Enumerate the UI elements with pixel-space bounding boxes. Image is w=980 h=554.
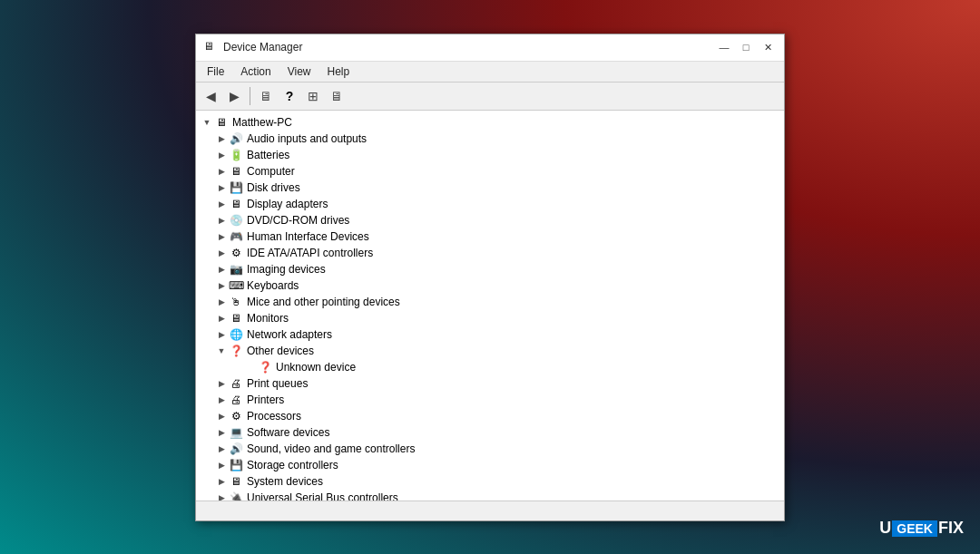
device-tree[interactable]: ▼ 🖥 Matthew-PC ▶ 🔊 Audio inputs and outp… xyxy=(196,111,784,501)
list-item[interactable]: ▶ ⌨ Keyboards xyxy=(196,277,784,294)
properties-button[interactable]: 🖥 xyxy=(255,85,277,107)
list-item[interactable]: ▶ 💿 DVD/CD-ROM drives xyxy=(196,212,784,228)
menu-view[interactable]: View xyxy=(280,63,318,80)
maximize-button[interactable]: □ xyxy=(737,39,755,55)
expander: ▶ xyxy=(214,246,229,260)
monitors-icon: 🖥 xyxy=(229,311,243,326)
expander: ▶ xyxy=(214,327,229,342)
item-label: Software devices xyxy=(247,426,329,439)
list-item[interactable]: ▶ 🖨 Print queues xyxy=(196,375,784,392)
item-label: IDE ATA/ATAPI controllers xyxy=(247,247,373,259)
item-label: Display adapters xyxy=(247,198,328,210)
expander: ▶ xyxy=(214,197,229,211)
list-item[interactable]: ▶ 📷 Imaging devices xyxy=(196,261,784,277)
item-label: Universal Serial Bus controllers xyxy=(247,491,398,501)
status-bar xyxy=(196,501,784,520)
display-button[interactable]: 🖥 xyxy=(326,85,348,107)
unknown-icon: ❓ xyxy=(258,360,272,374)
expander: ▶ xyxy=(214,148,229,162)
item-label: Monitors xyxy=(247,312,289,325)
list-item[interactable]: ▶ 🖥 Display adapters xyxy=(196,196,784,212)
item-label: Printers xyxy=(247,394,284,406)
keyboard-icon: ⌨ xyxy=(229,278,243,293)
system-icon: 🖥 xyxy=(229,474,243,489)
close-button[interactable]: ✕ xyxy=(759,39,777,55)
expander: ▶ xyxy=(214,458,229,472)
item-label: Audio inputs and outputs xyxy=(247,132,367,145)
expander: ▶ xyxy=(214,278,229,293)
storage-icon: 💾 xyxy=(229,458,243,472)
dvd-icon: 💿 xyxy=(229,213,243,228)
item-label: Sound, video and game controllers xyxy=(247,442,415,455)
list-item[interactable]: ▶ 🖥 System devices xyxy=(196,473,784,490)
expander: ▶ xyxy=(214,491,229,501)
update-driver-button[interactable]: ⊞ xyxy=(302,85,324,107)
title-bar-left: 🖥 Device Manager xyxy=(203,40,302,54)
list-item[interactable]: ▶ 🌐 Network adapters xyxy=(196,326,784,343)
list-item[interactable]: ▼ ❓ Other devices xyxy=(196,343,784,359)
list-item[interactable]: ▶ 🎮 Human Interface Devices xyxy=(196,228,784,245)
network-icon: 🌐 xyxy=(229,327,243,342)
expander: ▶ xyxy=(214,442,229,456)
list-item[interactable]: ▶ 🔌 Universal Serial Bus controllers xyxy=(196,490,784,501)
root-expander: ▼ xyxy=(200,115,214,130)
back-button[interactable]: ◀ xyxy=(200,85,221,107)
menu-action[interactable]: Action xyxy=(233,63,278,80)
item-label: Batteries xyxy=(247,149,289,161)
item-label: Print queues xyxy=(247,377,308,390)
menu-file[interactable]: File xyxy=(200,63,231,80)
processors-icon: ⚙ xyxy=(229,409,243,423)
expander: ▼ xyxy=(214,344,229,358)
printers-icon: 🖨 xyxy=(229,393,243,407)
computer-icon: 🖥 xyxy=(229,164,243,179)
expander: ▶ xyxy=(214,311,229,326)
window-icon: 🖥 xyxy=(203,40,218,54)
tree-root[interactable]: ▼ 🖥 Matthew-PC xyxy=(196,114,784,131)
item-label: Mice and other pointing devices xyxy=(247,296,400,308)
list-item[interactable]: ▶ 🖥 Computer xyxy=(196,163,784,180)
watermark-logo: GEEK xyxy=(892,520,937,537)
item-label: Storage controllers xyxy=(247,459,338,471)
printq-icon: 🖨 xyxy=(229,376,243,391)
mice-icon: 🖱 xyxy=(229,295,243,309)
item-label: System devices xyxy=(247,475,323,488)
window-title: Device Manager xyxy=(223,41,302,53)
software-icon: 💻 xyxy=(229,425,243,440)
help-button[interactable]: ? xyxy=(279,85,300,107)
list-item[interactable]: ▶ 💻 Software devices xyxy=(196,424,784,441)
list-item[interactable]: ▶ 🖥 Monitors xyxy=(196,310,784,326)
list-item[interactable]: ▶ 🖨 Printers xyxy=(196,392,784,408)
item-label: Network adapters xyxy=(247,328,332,341)
minimize-button[interactable]: — xyxy=(715,39,733,55)
list-item[interactable]: ▶ 💾 Disk drives xyxy=(196,180,784,196)
expander: ▶ xyxy=(214,229,229,244)
item-label: Computer xyxy=(247,165,295,178)
expander: ▶ xyxy=(214,295,229,309)
audio-icon: 🔊 xyxy=(229,131,243,146)
expander: ▶ xyxy=(214,164,229,179)
list-item[interactable]: ▶ 🔊 Audio inputs and outputs xyxy=(196,131,784,147)
list-item[interactable]: ▶ ⚙ Processors xyxy=(196,408,784,424)
list-item[interactable]: ▶ 🔊 Sound, video and game controllers xyxy=(196,441,784,457)
item-label: Disk drives xyxy=(247,181,300,194)
item-label: Unknown device xyxy=(276,361,356,374)
menu-help[interactable]: Help xyxy=(320,63,358,80)
device-manager-window: 🖥 Device Manager — □ ✕ File Action View … xyxy=(195,34,785,521)
list-item[interactable]: ▶ 🖱 Mice and other pointing devices xyxy=(196,294,784,310)
expander: ▶ xyxy=(214,474,229,489)
list-item[interactable]: ▶ ⚙ IDE ATA/ATAPI controllers xyxy=(196,245,784,261)
list-item[interactable]: ❓ Unknown device xyxy=(196,359,784,375)
watermark-u: U xyxy=(879,519,891,538)
forward-button[interactable]: ▶ xyxy=(223,85,245,107)
expander: ▶ xyxy=(214,131,229,146)
item-label: Keyboards xyxy=(247,279,299,292)
sound-icon: 🔊 xyxy=(229,442,243,456)
display-icon: 🖥 xyxy=(229,197,243,211)
list-item[interactable]: ▶ 🔋 Batteries xyxy=(196,147,784,163)
ide-icon: ⚙ xyxy=(229,246,243,260)
expander xyxy=(243,360,258,374)
list-item[interactable]: ▶ 💾 Storage controllers xyxy=(196,457,784,473)
disk-icon: 💾 xyxy=(229,180,243,195)
expander: ▶ xyxy=(214,376,229,391)
expander: ▶ xyxy=(214,409,229,423)
